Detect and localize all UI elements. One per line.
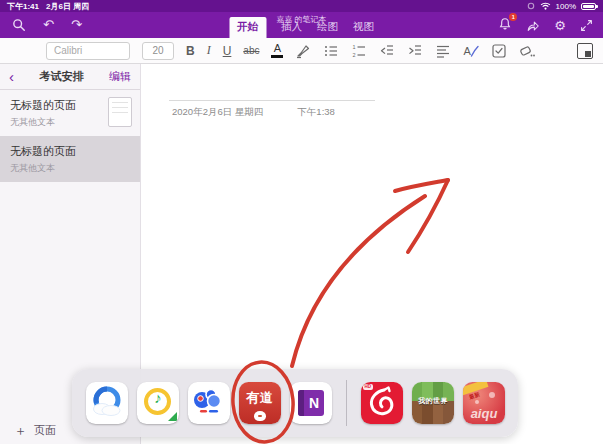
page-subtitle: 无其他文本 <box>10 162 130 175</box>
tab-insert[interactable]: 插入 <box>281 20 302 38</box>
status-bar: 下午1:41 2月6日 周四 100% <box>0 0 603 12</box>
svg-text:2: 2 <box>353 52 356 58</box>
battery-icon <box>581 3 596 10</box>
app-icon-aiqu-game[interactable]: 最新 aiqu <box>463 382 505 424</box>
bullet-list-icon[interactable] <box>323 43 339 59</box>
italic-button[interactable]: I <box>207 43 211 58</box>
page-list-item[interactable]: 无标题的页面 无其他文本 <box>0 90 140 136</box>
title-underline <box>169 100 375 101</box>
font-family-field[interactable]: Calibri <box>46 42 130 60</box>
fullscreen-icon[interactable] <box>580 19 593 32</box>
aiqu-logo-text: aiqu <box>463 406 505 421</box>
qq-music-fold <box>168 412 177 421</box>
app-icon-netease-cloud-music[interactable]: HD <box>361 382 403 424</box>
align-icon[interactable] <box>435 43 451 59</box>
share-icon[interactable] <box>526 19 540 33</box>
ipad-dock: ♪ 有道 N HD <box>72 369 518 437</box>
page-thumbnail <box>108 97 132 127</box>
page-date: 2020年2月6日 星期四 <box>172 106 263 119</box>
page-time: 下午1:38 <box>297 106 335 119</box>
font-size-field[interactable]: 20 <box>142 42 174 60</box>
indent-icon[interactable] <box>407 43 423 59</box>
tab-home[interactable]: 开始 <box>229 17 266 38</box>
settings-gear-icon[interactable]: ⚙ <box>554 19 566 33</box>
app-icon-baidu-netdisk[interactable] <box>188 382 230 424</box>
svg-text:A: A <box>464 45 472 57</box>
app-icon-onenote[interactable]: N <box>290 382 332 424</box>
numbered-list-icon[interactable]: 1 2 <box>351 43 367 59</box>
side-note-icon[interactable] <box>577 43 593 59</box>
app-toolbar: ↶ ↷ 嘉嘉 的笔记本 开始 插入 绘图 视图 1 ⚙ <box>0 12 603 38</box>
ipad-screen: 下午1:41 2月6日 周四 100% ↶ ↷ 嘉嘉 的笔记本 <box>0 0 603 444</box>
aiqu-ribbon: 最新 <box>463 382 488 397</box>
clear-formatting-icon[interactable] <box>519 43 535 59</box>
tab-view[interactable]: 视图 <box>353 20 374 38</box>
dock-divider <box>346 380 347 426</box>
minecraft-title: 我的世界 <box>412 396 454 406</box>
ink-to-text-icon[interactable]: A <box>463 43 479 59</box>
app-icon-qq-music[interactable]: ♪ <box>137 382 179 424</box>
youdao-logo-text: 有道 <box>239 389 281 407</box>
onenote-logo: N <box>298 390 324 416</box>
outdent-icon[interactable] <box>379 43 395 59</box>
svg-text:1: 1 <box>353 44 356 50</box>
page-list-item-selected[interactable]: 无标题的页面 无其他文本 <box>0 136 140 182</box>
page-datetime: 2020年2月6日 星期四 下午1:38 <box>172 106 335 119</box>
notifications-bell-icon[interactable]: 1 <box>498 17 512 34</box>
youdao-mascot <box>254 411 266 421</box>
font-color-swatch <box>271 55 283 58</box>
app-icon-minecraft[interactable]: 我的世界 <box>412 382 454 424</box>
todo-tag-icon[interactable] <box>491 43 507 59</box>
status-time: 下午1:41 <box>7 1 39 12</box>
tab-draw[interactable]: 绘图 <box>317 20 338 38</box>
notification-badge: 1 <box>509 13 517 21</box>
font-color-button[interactable]: A <box>271 43 283 58</box>
battery-percent: 100% <box>556 2 576 11</box>
highlighter-icon[interactable] <box>295 43 311 59</box>
music-note-icon: ♪ <box>137 389 179 406</box>
add-page-button[interactable]: ＋ 页面 <box>14 423 56 438</box>
status-right: 100% <box>527 2 596 11</box>
app-icon-tencent-weiyun[interactable] <box>86 382 128 424</box>
format-toolbar: Calibri 20 B I U abc A 1 2 <box>0 38 603 64</box>
plus-icon: ＋ <box>14 424 27 437</box>
page-title: 无标题的页面 <box>10 144 130 159</box>
orientation-lock-icon <box>527 2 535 10</box>
strikethrough-button[interactable]: abc <box>243 45 259 56</box>
sidebar-header: ‹ 考试安排 编辑 <box>0 64 140 90</box>
toolbar-right: 1 ⚙ <box>498 17 593 34</box>
underline-button[interactable]: U <box>223 44 232 58</box>
status-date: 2月6日 周四 <box>46 1 89 12</box>
wifi-icon <box>540 2 551 10</box>
status-left: 下午1:41 2月6日 周四 <box>7 1 89 12</box>
edit-button[interactable]: 编辑 <box>109 69 131 84</box>
section-title: 考试安排 <box>14 69 109 84</box>
ribbon-tabs: 开始 插入 绘图 视图 <box>229 17 374 38</box>
app-icon-youdao-dictionary[interactable]: 有道 <box>239 382 281 424</box>
bold-button[interactable]: B <box>186 44 195 58</box>
